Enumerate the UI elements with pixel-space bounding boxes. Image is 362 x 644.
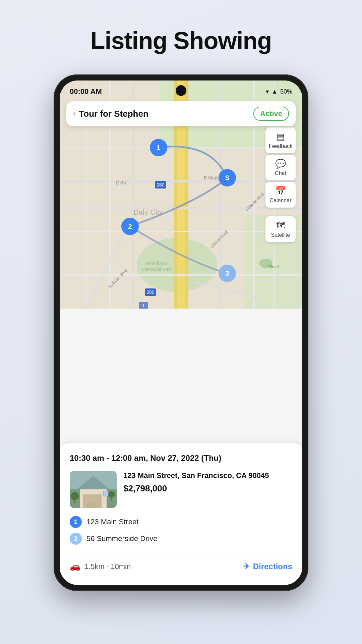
svg-rect-56: [70, 471, 117, 489]
house-image-svg: [70, 471, 117, 508]
stop-name-2: 56 Summerside Drive: [86, 534, 158, 543]
svg-text:Daly City: Daly City: [133, 208, 163, 216]
status-icons: ▾ ▲ 50%: [266, 88, 292, 95]
page-title: Listing Showing: [90, 27, 272, 54]
phone-frame: 00:00 AM ▾ ▲ 50% ‹ Tour for Stephen Acti…: [54, 74, 308, 591]
chat-label: Chat: [275, 170, 286, 176]
svg-rect-53: [74, 499, 75, 503]
back-icon: ‹: [73, 109, 75, 118]
feedback-icon: ▤: [277, 131, 285, 142]
property-image: [70, 471, 117, 508]
property-info: 123 Main Street, San Francisco, CA 90045…: [123, 471, 292, 494]
svg-text:Woodlawn: Woodlawn: [146, 261, 168, 266]
stop-list: 1 123 Main Street 2 56 Summerside Drive: [70, 516, 292, 545]
stop-item-2: 2 56 Summerside Drive: [70, 533, 292, 545]
svg-point-54: [108, 491, 115, 498]
stop-num-2: 2: [70, 533, 82, 545]
property-card: 123 Main Street, San Francisco, CA 90045…: [70, 471, 292, 508]
top-bar: ‹ Tour for Stephen Active: [60, 98, 302, 129]
satellite-icon: 🗺: [276, 220, 285, 231]
calendar-button[interactable]: 📅 Calendar: [265, 182, 296, 208]
calendar-label: Calendar: [270, 198, 292, 204]
status-time: 00:00 AM: [70, 87, 102, 96]
chat-button[interactable]: 💬 Chat: [265, 155, 296, 180]
chat-icon: 💬: [275, 159, 286, 169]
svg-point-35: [259, 259, 273, 268]
svg-text:3: 3: [225, 270, 229, 277]
satellite-label: Satellite: [271, 232, 290, 238]
svg-rect-51: [103, 491, 108, 496]
svg-rect-55: [111, 498, 112, 501]
svg-text:2: 2: [128, 223, 132, 230]
datetime: 10:30 am - 12:00 am, Nov 27, 2022 (Thu): [70, 453, 292, 463]
property-address: 123 Main Street, San Francisco, CA 90045: [123, 471, 292, 481]
svg-text:1: 1: [142, 303, 145, 308]
svg-text:Memorial Park: Memorial Park: [142, 267, 172, 272]
action-separator: [265, 209, 296, 215]
svg-text:DMV: DMV: [116, 180, 127, 185]
signal-icon: ▲: [272, 88, 278, 95]
stop-name-1: 123 Main Street: [86, 518, 138, 526]
tour-title: Tour for Stephen: [79, 109, 148, 119]
bottom-bar: 🚗 1.5km · 10min ✈ Directions: [70, 554, 292, 572]
distance-text: 1.5km · 10min: [84, 562, 131, 571]
info-panel: 10:30 am - 12:00 am, Nov 27, 2022 (Thu): [60, 443, 302, 585]
feedback-label: Feedback: [269, 143, 292, 149]
car-icon: 🚗: [70, 561, 80, 572]
directions-button[interactable]: ✈ Directions: [243, 562, 292, 571]
svg-text:1: 1: [157, 144, 160, 151]
wifi-icon: ▾: [266, 88, 269, 95]
svg-text:280: 280: [146, 289, 155, 295]
stop-item-1: 1 123 Main Street: [70, 516, 292, 528]
battery-indicator: 50%: [280, 88, 292, 95]
directions-label: Directions: [253, 562, 292, 571]
feedback-button[interactable]: ▤ Feedback: [265, 127, 296, 153]
map-actions: ▤ Feedback 💬 Chat 📅 Calendar 🗺 Satel: [265, 127, 296, 242]
svg-text:280: 280: [157, 182, 165, 187]
phone-screen: 00:00 AM ▾ ▲ 50% ‹ Tour for Stephen Acti…: [60, 80, 302, 585]
svg-point-52: [71, 492, 79, 500]
stop-num-1: 1: [70, 516, 82, 528]
directions-icon: ✈: [243, 562, 250, 571]
back-button[interactable]: ‹ Tour for Stephen: [73, 109, 148, 119]
svg-text:S: S: [225, 174, 229, 181]
satellite-button[interactable]: 🗺 Satellite: [265, 216, 296, 242]
active-badge[interactable]: Active: [253, 107, 289, 121]
distance-info: 🚗 1.5km · 10min: [70, 561, 131, 572]
property-price: $2,798,000: [123, 483, 292, 494]
calendar-icon: 📅: [275, 186, 286, 196]
camera-notch: [176, 85, 186, 96]
